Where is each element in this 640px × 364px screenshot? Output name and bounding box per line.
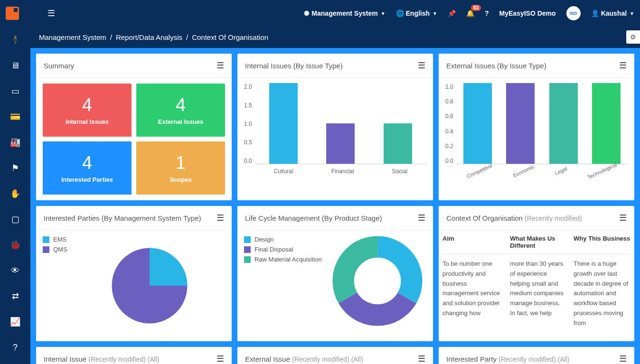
panel-menu-icon[interactable]: ☰ [619, 354, 627, 364]
panel-title: Internal Issues (By Issue Type) [245, 62, 343, 70]
chart-bar[interactable] [384, 123, 412, 164]
breadcrumb: Management System/ Report/Data Analysis/… [30, 27, 640, 48]
legend-item[interactable]: Raw Material Acquisition [244, 256, 322, 263]
axis-label: Financial [331, 168, 354, 175]
sidebar-toggle-icon[interactable]: ☰ [47, 8, 55, 19]
chart-bar[interactable] [549, 83, 578, 164]
legend-swatch [244, 256, 251, 263]
axis-label: Cultural [274, 168, 293, 175]
panel-menu-icon[interactable]: ☰ [418, 354, 425, 364]
sidebar: 🕴 🖥 ▭ 💳 🏭 ⚑ ✋ ▢ 🐞 👁 ⇄ 📈 ? [0, 27, 30, 364]
pin-icon: 📌 [448, 9, 456, 17]
legend-label: Design [254, 236, 273, 243]
col-diff: What Makes Us Different [506, 230, 570, 254]
legend-item[interactable]: EMS [43, 236, 67, 243]
panel-menu-icon[interactable]: ☰ [418, 60, 425, 71]
chart-bar[interactable] [463, 83, 492, 164]
summary-tile[interactable]: 4External Issues [136, 84, 225, 137]
summary-tile[interactable]: 4Internal Issues [43, 84, 132, 137]
language-dropdown[interactable]: 🌐 English ▼ [396, 9, 437, 17]
panel-internal-issues: Internal Issues (By Issue Type) ☰ 2.01.5… [237, 54, 433, 200]
axis-label: Technological [587, 161, 618, 180]
pie-chart [100, 236, 199, 336]
breadcrumb-report[interactable]: Report/Data Analysis [116, 33, 182, 41]
sidebar-item-accessibility[interactable]: 🕴 [7, 34, 24, 46]
question-icon: ? [485, 9, 489, 17]
caret-down-icon: ▼ [381, 11, 386, 16]
notification-badge: 83 [471, 5, 481, 11]
chart-bar[interactable] [592, 83, 621, 164]
sidebar-item-transfer[interactable]: ⇄ [7, 290, 24, 302]
legend-swatch [43, 236, 49, 243]
caret-down-icon: ▼ [433, 11, 437, 16]
sidebar-item-help[interactable]: ? [7, 342, 24, 353]
org-name[interactable]: MyEasyISO Demo [499, 9, 556, 17]
main: Management System/ Report/Data Analysis/… [30, 27, 640, 364]
panel-menu-icon[interactable]: ☰ [216, 60, 224, 71]
chart-bar[interactable] [506, 83, 535, 164]
chart-legend: EMSQMS [43, 236, 67, 336]
summary-tile[interactable]: 4Interested Parties [43, 141, 132, 195]
panel-context-of-org: Context Of Organisation (Recently modifi… [439, 206, 634, 341]
panel-lifecycle: Life Cycle Management (By Product Stage)… [237, 206, 433, 341]
settings-tab[interactable]: ⚙ [626, 30, 640, 44]
sidebar-item-card[interactable]: 💳 [7, 111, 24, 122]
user-dropdown[interactable]: 👤 Kaushal ▼ [591, 9, 634, 17]
axis-label: Competitive [466, 162, 493, 179]
panel-title: Interested Party (Recently modified) (Al… [446, 355, 569, 363]
notifications-button[interactable]: 🔔 83 [466, 9, 474, 17]
legend-label: Raw Material Acquisition [254, 256, 322, 263]
panel-menu-icon[interactable]: ☰ [619, 60, 627, 71]
panel-menu-icon[interactable]: ☰ [216, 213, 224, 223]
donut-chart [332, 236, 423, 326]
breadcrumb-context[interactable]: Context Of Organisation [192, 33, 268, 41]
stat-value: 4 [82, 95, 92, 115]
app-logo[interactable] [6, 7, 19, 20]
org-avatar[interactable]: ISO [566, 6, 581, 20]
sidebar-item-eye[interactable]: 👁 [7, 265, 24, 276]
sidebar-item-hand[interactable]: ✋ [7, 188, 24, 199]
topbar: ☰ ✺ Management System ▼ 🌐 English ▼ 📌 🔔 … [0, 0, 640, 27]
axis-label: Social [392, 168, 407, 175]
legend-item[interactable]: Design [244, 236, 322, 243]
sidebar-item-monitor[interactable]: 🖥 [7, 60, 24, 71]
legend-label: EMS [53, 236, 66, 243]
summary-tile[interactable]: 1Scopes [136, 141, 225, 195]
legend-label: Final Disposal [254, 246, 293, 253]
chart-bar[interactable] [269, 83, 298, 164]
caret-down-icon: ▼ [630, 11, 634, 16]
breadcrumb-system[interactable]: Management System [39, 33, 106, 41]
panel-menu-icon[interactable]: ☰ [418, 213, 425, 223]
system-dropdown[interactable]: ✺ Management System ▼ [304, 9, 385, 17]
stat-label: Interested Parties [61, 176, 113, 183]
panel-title: External Issues (By Issue Type) [446, 62, 546, 70]
panel-title: Internal Issue (Recently modified) (All) [44, 355, 160, 363]
sidebar-item-bug[interactable]: 🐞 [7, 239, 24, 251]
sidebar-item-note[interactable]: ▢ [7, 214, 24, 225]
stat-value: 4 [82, 153, 92, 173]
panel-interested-party-list: Interested Party (Recently modified) (Al… [439, 347, 634, 364]
chart-bar[interactable] [326, 123, 355, 164]
legend-swatch [244, 236, 251, 243]
stat-value: 1 [176, 153, 186, 173]
language-label: English [406, 9, 430, 17]
dashboard-grid: Summary ☰ 4Internal Issues4External Issu… [30, 48, 640, 364]
sidebar-item-chart[interactable]: 📈 [7, 316, 24, 327]
legend-item[interactable]: Final Disposal [244, 246, 322, 253]
panel-menu-icon[interactable]: ☰ [216, 354, 224, 364]
col-aim: Aim [439, 230, 506, 254]
sidebar-item-industry[interactable]: 🏭 [7, 137, 24, 148]
panel-interested-parties: Interested Parties (By Management System… [36, 206, 232, 341]
pin-button[interactable]: 📌 [448, 9, 456, 17]
panel-internal-issue-list: Internal Issue (Recently modified) (All)… [36, 347, 232, 364]
table-row[interactable]: To be number one productivity and busine… [439, 254, 634, 333]
sidebar-item-layout[interactable]: ▭ [7, 85, 24, 97]
legend-item[interactable]: QMS [43, 246, 67, 253]
globe-icon: 🌐 [396, 9, 404, 17]
axis-label: Economic [512, 163, 536, 178]
help-button[interactable]: ? [485, 9, 489, 17]
panel-menu-icon[interactable]: ☰ [619, 213, 627, 223]
panel-title: External Issue (Recently modified) (All) [245, 355, 363, 363]
panel-title: Life Cycle Management (By Product Stage) [245, 214, 382, 222]
sidebar-item-flag[interactable]: ⚑ [7, 162, 24, 174]
